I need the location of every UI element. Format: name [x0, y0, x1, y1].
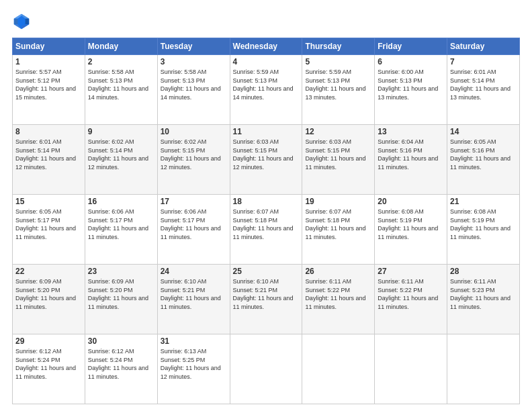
day-info: Sunrise: 6:02 AMSunset: 5:15 PMDaylight:…	[161, 138, 221, 171]
calendar-header-cell: Monday	[85, 38, 157, 55]
calendar-cell: 13 Sunrise: 6:04 AMSunset: 5:16 PMDaylig…	[375, 125, 447, 195]
day-info: Sunrise: 5:57 AMSunset: 5:12 PMDaylight:…	[15, 68, 76, 101]
calendar-cell: 10 Sunrise: 6:02 AMSunset: 5:15 PMDaylig…	[157, 125, 230, 195]
svg-marker-2	[26, 19, 30, 24]
calendar-week-row: 22 Sunrise: 6:09 AMSunset: 5:20 PMDaylig…	[13, 265, 520, 334]
calendar-cell: 14 Sunrise: 6:05 AMSunset: 5:16 PMDaylig…	[447, 125, 520, 195]
calendar-cell: 27 Sunrise: 6:11 AMSunset: 5:22 PMDaylig…	[375, 265, 447, 334]
day-info: Sunrise: 6:02 AMSunset: 5:14 PMDaylight:…	[88, 138, 148, 171]
calendar-cell: 12 Sunrise: 6:03 AMSunset: 5:15 PMDaylig…	[302, 125, 375, 195]
calendar-cell: 11 Sunrise: 6:03 AMSunset: 5:15 PMDaylig…	[230, 125, 302, 195]
day-info: Sunrise: 6:11 AMSunset: 5:23 PMDaylight:…	[450, 278, 511, 310]
calendar-cell: 1 Sunrise: 5:57 AMSunset: 5:12 PMDayligh…	[13, 55, 85, 125]
calendar-header-cell: Tuesday	[157, 38, 230, 55]
calendar-cell: 28 Sunrise: 6:11 AMSunset: 5:23 PMDaylig…	[447, 265, 520, 334]
calendar-cell: 5 Sunrise: 5:59 AMSunset: 5:13 PMDayligh…	[302, 55, 375, 125]
day-number: 10	[161, 127, 227, 136]
calendar-cell: 3 Sunrise: 5:58 AMSunset: 5:13 PMDayligh…	[157, 55, 230, 125]
calendar-cell: 7 Sunrise: 6:01 AMSunset: 5:14 PMDayligh…	[447, 55, 520, 125]
day-info: Sunrise: 6:00 AMSunset: 5:13 PMDaylight:…	[378, 68, 438, 101]
day-info: Sunrise: 6:09 AMSunset: 5:20 PMDaylight:…	[88, 278, 148, 310]
day-info: Sunrise: 6:10 AMSunset: 5:21 PMDaylight:…	[161, 278, 221, 310]
calendar-cell: 24 Sunrise: 6:10 AMSunset: 5:21 PMDaylig…	[157, 265, 230, 334]
calendar-header-row: SundayMondayTuesdayWednesdayThursdayFrid…	[13, 38, 520, 55]
day-number: 13	[378, 127, 444, 136]
calendar-cell	[375, 334, 447, 404]
day-info: Sunrise: 6:01 AMSunset: 5:14 PMDaylight:…	[15, 138, 76, 171]
day-number: 31	[161, 336, 227, 346]
day-info: Sunrise: 6:11 AMSunset: 5:22 PMDaylight:…	[305, 278, 365, 310]
day-number: 21	[450, 197, 517, 206]
day-number: 8	[15, 127, 82, 136]
calendar-cell: 4 Sunrise: 5:59 AMSunset: 5:13 PMDayligh…	[230, 55, 302, 125]
calendar-week-row: 15 Sunrise: 6:05 AMSunset: 5:17 PMDaylig…	[13, 195, 520, 265]
day-info: Sunrise: 5:58 AMSunset: 5:13 PMDaylight:…	[161, 68, 221, 101]
svg-marker-5	[14, 19, 18, 24]
day-info: Sunrise: 6:10 AMSunset: 5:21 PMDaylight:…	[233, 278, 294, 310]
calendar-cell: 25 Sunrise: 6:10 AMSunset: 5:21 PMDaylig…	[230, 265, 302, 334]
day-number: 2	[88, 57, 154, 66]
day-number: 24	[161, 267, 227, 276]
calendar-cell	[302, 334, 375, 404]
calendar-week-row: 8 Sunrise: 6:01 AMSunset: 5:14 PMDayligh…	[13, 125, 520, 195]
calendar-cell: 26 Sunrise: 6:11 AMSunset: 5:22 PMDaylig…	[302, 265, 375, 334]
calendar-cell: 16 Sunrise: 6:06 AMSunset: 5:17 PMDaylig…	[85, 195, 157, 265]
day-info: Sunrise: 5:59 AMSunset: 5:13 PMDaylight:…	[233, 68, 294, 101]
calendar-cell: 20 Sunrise: 6:08 AMSunset: 5:19 PMDaylig…	[375, 195, 447, 265]
calendar-cell: 9 Sunrise: 6:02 AMSunset: 5:14 PMDayligh…	[85, 125, 157, 195]
calendar-cell: 23 Sunrise: 6:09 AMSunset: 5:20 PMDaylig…	[85, 265, 157, 334]
calendar-cell	[230, 334, 302, 404]
day-info: Sunrise: 6:03 AMSunset: 5:15 PMDaylight:…	[233, 138, 294, 171]
page: SundayMondayTuesdayWednesdayThursdayFrid…	[0, 0, 532, 411]
calendar-body: 1 Sunrise: 5:57 AMSunset: 5:12 PMDayligh…	[13, 55, 520, 404]
day-number: 4	[233, 57, 300, 66]
day-number: 15	[15, 197, 82, 206]
day-info: Sunrise: 6:07 AMSunset: 5:18 PMDaylight:…	[233, 208, 294, 240]
calendar-header-cell: Thursday	[302, 38, 375, 55]
day-number: 27	[378, 267, 444, 276]
day-info: Sunrise: 5:58 AMSunset: 5:13 PMDaylight:…	[88, 68, 148, 101]
day-number: 14	[450, 127, 517, 136]
day-number: 28	[450, 267, 517, 276]
calendar-cell: 15 Sunrise: 6:05 AMSunset: 5:17 PMDaylig…	[13, 195, 85, 265]
day-number: 23	[88, 267, 154, 276]
day-number: 19	[305, 197, 371, 206]
day-info: Sunrise: 6:09 AMSunset: 5:20 PMDaylight:…	[15, 278, 76, 310]
day-info: Sunrise: 6:06 AMSunset: 5:17 PMDaylight:…	[161, 208, 221, 240]
day-number: 12	[305, 127, 371, 136]
calendar-cell: 29 Sunrise: 6:12 AMSunset: 5:24 PMDaylig…	[13, 334, 85, 404]
calendar-header-cell: Wednesday	[230, 38, 302, 55]
calendar-cell: 19 Sunrise: 6:07 AMSunset: 5:18 PMDaylig…	[302, 195, 375, 265]
day-number: 5	[305, 57, 371, 66]
day-info: Sunrise: 6:08 AMSunset: 5:19 PMDaylight:…	[450, 208, 511, 240]
day-number: 30	[88, 336, 154, 346]
day-number: 18	[233, 197, 300, 206]
calendar-table: SundayMondayTuesdayWednesdayThursdayFrid…	[12, 38, 520, 404]
calendar-week-row: 29 Sunrise: 6:12 AMSunset: 5:24 PMDaylig…	[13, 334, 520, 404]
logo-icon	[12, 12, 31, 31]
calendar-cell: 8 Sunrise: 6:01 AMSunset: 5:14 PMDayligh…	[13, 125, 85, 195]
day-number: 26	[305, 267, 371, 276]
day-info: Sunrise: 6:12 AMSunset: 5:24 PMDaylight:…	[88, 348, 148, 380]
day-info: Sunrise: 6:07 AMSunset: 5:18 PMDaylight:…	[305, 208, 365, 240]
calendar-header-cell: Saturday	[447, 38, 520, 55]
day-number: 9	[88, 127, 154, 136]
calendar-cell: 22 Sunrise: 6:09 AMSunset: 5:20 PMDaylig…	[13, 265, 85, 334]
calendar-cell: 21 Sunrise: 6:08 AMSunset: 5:19 PMDaylig…	[447, 195, 520, 265]
day-number: 22	[15, 267, 82, 276]
calendar-cell: 30 Sunrise: 6:12 AMSunset: 5:24 PMDaylig…	[85, 334, 157, 404]
day-number: 29	[15, 336, 82, 346]
calendar-header-cell: Sunday	[13, 38, 85, 55]
calendar-cell: 6 Sunrise: 6:00 AMSunset: 5:13 PMDayligh…	[375, 55, 447, 125]
day-number: 25	[233, 267, 300, 276]
day-number: 20	[378, 197, 444, 206]
day-info: Sunrise: 6:12 AMSunset: 5:24 PMDaylight:…	[15, 348, 76, 380]
day-info: Sunrise: 6:04 AMSunset: 5:16 PMDaylight:…	[378, 138, 438, 171]
day-number: 11	[233, 127, 300, 136]
calendar-header-cell: Friday	[375, 38, 447, 55]
day-info: Sunrise: 6:06 AMSunset: 5:17 PMDaylight:…	[88, 208, 148, 240]
calendar-cell: 31 Sunrise: 6:13 AMSunset: 5:25 PMDaylig…	[157, 334, 230, 404]
day-info: Sunrise: 6:13 AMSunset: 5:25 PMDaylight:…	[161, 348, 221, 380]
day-info: Sunrise: 6:08 AMSunset: 5:19 PMDaylight:…	[378, 208, 438, 240]
calendar-cell: 2 Sunrise: 5:58 AMSunset: 5:13 PMDayligh…	[85, 55, 157, 125]
